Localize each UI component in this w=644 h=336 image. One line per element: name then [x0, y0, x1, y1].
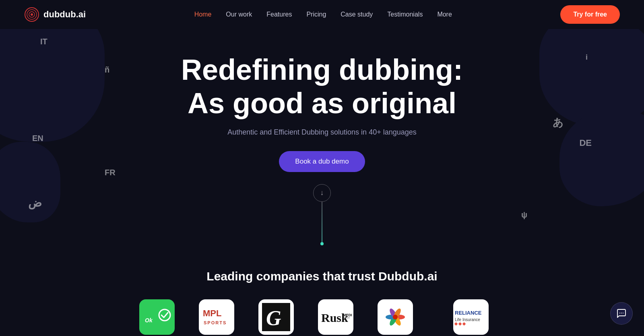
- logo[interactable]: dubdub.ai: [24, 7, 86, 22]
- svg-point-25: [619, 313, 620, 313]
- gameskraft-box: G: [258, 299, 294, 335]
- navbar: dubdub.ai Home Our work Features Pricing…: [0, 0, 644, 29]
- reliance-box: RELIANCE Life Insurance: [453, 299, 489, 335]
- nav-home[interactable]: Home: [194, 11, 212, 18]
- hero-content: Redefining dubbing: As good as original …: [8, 53, 636, 172]
- svg-text:RELIANCE: RELIANCE: [455, 310, 482, 316]
- nav-testimonials[interactable]: Testimonials: [387, 11, 423, 18]
- lang-float-it: IT: [40, 37, 47, 46]
- logo-okcredit: Ok OkCredit: [139, 299, 175, 336]
- nav-links: Home Our work Features Pricing Case stud…: [194, 11, 452, 18]
- svg-text:G: G: [266, 307, 281, 330]
- hero-title-line1: Redefining dubbing:: [181, 54, 463, 86]
- svg-point-27: [623, 313, 623, 313]
- hero-title: Redefining dubbing: As good as original: [8, 53, 636, 120]
- rusk-box: Rusk MEDIA: [318, 299, 353, 335]
- scroll-indicator[interactable]: ↓: [8, 184, 636, 245]
- nav-our-work[interactable]: Our work: [226, 11, 252, 18]
- fincare-box: [378, 299, 413, 335]
- scroll-dot: [320, 242, 324, 245]
- book-demo-button[interactable]: Book a dub demo: [279, 151, 365, 172]
- svg-rect-22: [454, 322, 458, 325]
- chat-icon: [617, 309, 626, 318]
- svg-point-5: [159, 309, 170, 321]
- trust-title: Leading companies that trust Dubdub.ai: [24, 270, 620, 283]
- mpl-box: MPL SPORTS: [199, 299, 234, 335]
- scroll-arrow-circle[interactable]: ↓: [313, 184, 331, 202]
- nav-features[interactable]: Features: [266, 11, 292, 18]
- chat-bubble[interactable]: [610, 302, 633, 325]
- okcredit-box: Ok: [139, 299, 175, 335]
- nav-more[interactable]: More: [437, 11, 452, 18]
- logo-mpl: MPL SPORTS MPL: [199, 299, 234, 336]
- svg-text:Ok: Ok: [145, 317, 153, 324]
- nav-case-study[interactable]: Case study: [341, 11, 373, 18]
- logo-text: dubdub.ai: [43, 9, 86, 20]
- svg-rect-23: [458, 322, 462, 325]
- svg-text:MPL: MPL: [203, 308, 221, 318]
- hero-subtitle: Authentic and Efficient Dubbing solution…: [8, 128, 636, 137]
- logo-reliance: RELIANCE Life Insurance Reliance Nippon …: [437, 299, 505, 336]
- logo-rusk: Rusk MEDIA Rusk Media: [318, 299, 353, 336]
- scroll-line: [322, 202, 322, 242]
- logos-row: Ok OkCredit MPL SPORTS MPL G: [24, 299, 620, 336]
- svg-text:MEDIA: MEDIA: [343, 313, 352, 317]
- try-for-free-button[interactable]: Try for free: [560, 5, 620, 24]
- svg-rect-24: [462, 322, 466, 325]
- hero-section: IT ñ EN FR ض あ DE ψ i Redefining dubbing…: [0, 29, 644, 261]
- trust-section: Leading companies that trust Dubdub.ai O…: [0, 261, 644, 336]
- svg-point-3: [31, 13, 33, 16]
- svg-text:SPORTS: SPORTS: [204, 320, 227, 325]
- logo-gameskraft: G Gameskraft: [258, 299, 294, 336]
- nav-pricing[interactable]: Pricing: [306, 11, 326, 18]
- svg-text:Life Insurance: Life Insurance: [455, 317, 480, 322]
- hero-title-line2: As good as original: [188, 87, 456, 119]
- svg-point-26: [621, 313, 622, 313]
- logo-fincare: Fincare Bank: [378, 299, 413, 336]
- scroll-arrow-icon: ↓: [320, 189, 324, 197]
- svg-point-19: [393, 315, 398, 319]
